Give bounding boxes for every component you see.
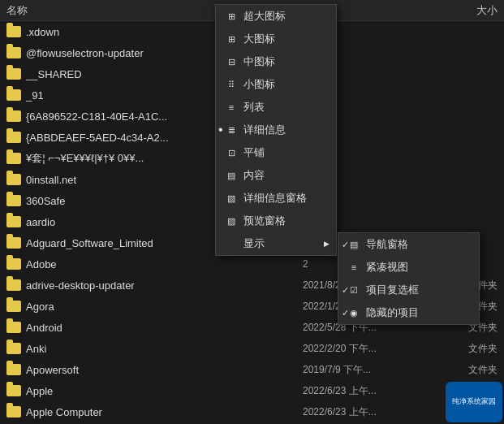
folder-icon <box>6 172 21 187</box>
folder-icon <box>6 88 21 102</box>
menu-item-details-pane[interactable]: ▧详细信息窗格 <box>216 187 336 210</box>
menu-icon-content: ▤ <box>224 168 239 183</box>
file-size: 文件夹 <box>433 342 498 356</box>
folder-icon <box>6 383 21 398</box>
menu-item-tiles[interactable]: ⊡平铺 <box>216 141 336 164</box>
file-name: Android <box>26 322 303 334</box>
file-name: Apple <box>26 385 303 397</box>
menu-label-details: 详细信息 <box>243 123 286 137</box>
file-row[interactable]: Apple Computer2022/6/23 上午...文件夹 <box>0 401 504 422</box>
submenu-label-hidden-items: 隐藏的项目 <box>366 305 419 320</box>
menu-icon-small-icon: ⠿ <box>224 77 239 92</box>
folder-icon <box>6 109 21 123</box>
submenu-item-item-checkbox[interactable]: ☑项目复选框 <box>338 279 479 301</box>
file-name: Apple Computer <box>26 406 303 418</box>
file-name: Agora <box>26 301 303 313</box>
menu-label-medium-icon: 中图标 <box>243 54 275 69</box>
menu-item-extra-large-icon[interactable]: ⊞超大图标 <box>216 5 336 28</box>
file-name: Adobe <box>26 258 303 270</box>
menu-item-show[interactable]: 显示▤导航窗格≡紧凑视图☑项目复选框◉隐藏的项目显示或隐藏标记为隐藏的文件和文件… <box>216 232 336 255</box>
submenu-label-nav-pane: 导航窗格 <box>366 237 408 252</box>
menu-item-preview-pane[interactable]: ▨预览窗格 <box>216 210 336 232</box>
submenu-item-nav-pane[interactable]: ▤导航窗格 <box>338 233 479 256</box>
menu-item-list[interactable]: ≡列表 <box>216 96 336 119</box>
submenu-icon-compact-view: ≡ <box>347 260 361 275</box>
folder-icon <box>6 299 21 314</box>
menu-icon-list: ≡ <box>224 100 239 115</box>
file-name: adrive-desktop-updater <box>26 279 303 292</box>
file-date: 2022/6/23 上午... <box>303 405 433 419</box>
folder-icon <box>6 67 21 81</box>
folder-icon <box>6 214 21 229</box>
menu-label-list: 列表 <box>243 100 265 115</box>
menu-item-small-icon[interactable]: ⠿小图标 <box>216 73 336 96</box>
folder-icon <box>6 130 21 145</box>
menu-label-show: 显示 <box>243 236 265 251</box>
menu-icon-extra-large-icon: ⊞ <box>224 9 239 24</box>
menu-item-large-icon[interactable]: ⊞大图标 <box>216 28 336 50</box>
folder-icon <box>6 193 21 208</box>
submenu-item-compact-view[interactable]: ≡紧凑视图 <box>338 256 479 279</box>
menu-label-preview-pane: 预览窗格 <box>243 214 286 228</box>
submenu: ▤导航窗格≡紧凑视图☑项目复选框◉隐藏的项目显示或隐藏标记为隐藏的文件和文件夹。 <box>338 232 480 325</box>
menu-label-tiles: 平铺 <box>243 145 265 160</box>
menu-icon-large-icon: ⊞ <box>224 32 239 46</box>
submenu-item-hidden-items[interactable]: ◉隐藏的项目 <box>338 301 479 324</box>
file-date: 2022/6/23 上午... <box>303 384 433 398</box>
menu-label-small-icon: 小图标 <box>243 77 275 92</box>
menu-icon-details-pane: ▧ <box>224 191 239 206</box>
menu-label-content: 内容 <box>243 168 265 183</box>
menu-label-large-icon: 大图标 <box>243 32 275 46</box>
submenu-icon-nav-pane: ▤ <box>347 237 361 252</box>
context-menu: ⊞超大图标⊞大图标⊟中图标⠿小图标≡列表≣详细信息⊡平铺▤内容▧详细信息窗格▨预… <box>215 4 337 256</box>
submenu-icon-hidden-items: ◉ <box>347 305 361 320</box>
submenu-label-compact-view: 紧凑视图 <box>366 260 408 275</box>
file-row[interactable]: Apowersoft2019/7/9 下午...文件夹 <box>0 359 504 380</box>
menu-icon-tiles: ⊡ <box>224 145 239 160</box>
watermark: 纯净系统家园 <box>446 382 502 422</box>
menu-item-medium-icon[interactable]: ⊟中图标 <box>216 50 336 73</box>
folder-icon <box>6 151 21 166</box>
menu-label-details-pane: 详细信息窗格 <box>243 191 307 206</box>
menu-icon-preview-pane: ▨ <box>224 214 239 228</box>
file-name: Anki <box>26 343 303 355</box>
menu-icon-details: ≣ <box>224 123 239 137</box>
folder-icon <box>6 320 21 335</box>
menu-label-extra-large-icon: 超大图标 <box>243 9 286 24</box>
submenu-label-item-checkbox: 项目复选框 <box>366 283 419 297</box>
file-row[interactable]: Apple2022/6/23 上午...文件夹 <box>0 380 504 401</box>
file-row[interactable]: Anki2022/2/20 下午...文件夹 <box>0 338 504 359</box>
folder-icon <box>6 236 21 250</box>
folder-icon <box>6 341 21 356</box>
menu-icon-medium-icon: ⊟ <box>224 54 239 69</box>
file-date: 2019/7/9 下午... <box>303 363 433 377</box>
folder-icon <box>6 405 21 419</box>
watermark-text: 纯净系统家园 <box>452 397 496 407</box>
submenu-icon-item-checkbox: ☑ <box>347 283 361 297</box>
menu-item-details[interactable]: ≣详细信息 <box>216 119 336 141</box>
header-col-size: 大小 <box>433 3 498 18</box>
folder-icon <box>6 362 21 377</box>
folder-icon <box>6 24 21 39</box>
file-date: 2022/2/20 下午... <box>303 342 433 356</box>
file-size: 文件夹 <box>433 363 498 377</box>
file-name: Apowersoft <box>26 364 303 376</box>
menu-icon-show <box>224 236 239 251</box>
folder-icon <box>6 278 21 292</box>
menu-item-content[interactable]: ▤内容 <box>216 164 336 187</box>
folder-icon <box>6 257 21 271</box>
folder-icon <box>6 45 21 60</box>
